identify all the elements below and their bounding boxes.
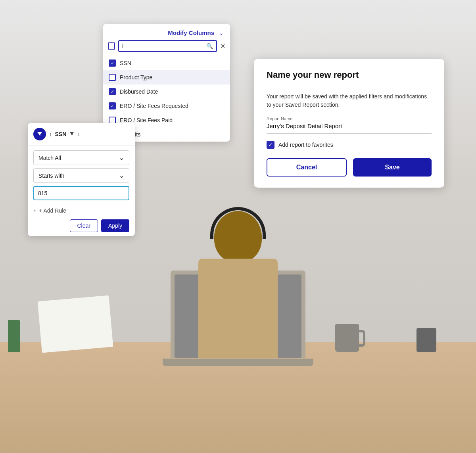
report-actions: Cancel Save bbox=[267, 158, 432, 177]
filter-panel: ↕ SSN ↕ Match All ⌄ Starts with ⌄ + + Ad… bbox=[28, 123, 135, 236]
product-type-checkbox[interactable] bbox=[109, 74, 116, 81]
select-all-checkbox[interactable] bbox=[108, 42, 115, 50]
match-all-chevron[interactable]: ⌄ bbox=[119, 154, 124, 161]
add-rule-icon: + bbox=[33, 207, 36, 214]
person-torso bbox=[198, 259, 278, 358]
person-head bbox=[214, 211, 262, 263]
panel-divider bbox=[267, 86, 432, 86]
add-rule-row[interactable]: + + Add Rule bbox=[33, 207, 129, 214]
report-name-value: Jerry's Deposit Detail Report bbox=[267, 123, 432, 134]
starts-with-chevron[interactable]: ⌄ bbox=[119, 172, 124, 179]
favorites-label: Add report to favorites bbox=[278, 142, 333, 148]
chevron-down-icon[interactable]: ⌄ bbox=[219, 30, 224, 36]
favorites-row[interactable]: Add report to favorites bbox=[267, 141, 432, 149]
notebook bbox=[38, 295, 113, 353]
report-panel-description: Your report will be saved with the appli… bbox=[267, 92, 432, 109]
filter-actions: Clear Apply bbox=[33, 219, 129, 232]
name-report-panel: Name your new report Your report will be… bbox=[254, 59, 444, 188]
ssn-checkbox[interactable] bbox=[109, 60, 116, 67]
search-icon: 🔍 bbox=[206, 43, 213, 49]
column-item-disbursed-date[interactable]: Disbursed Date bbox=[103, 84, 230, 99]
starts-with-label: Starts with bbox=[38, 173, 64, 179]
disbursed-date-checkbox[interactable] bbox=[109, 88, 116, 95]
filter-value-input[interactable] bbox=[33, 186, 129, 200]
ero-fees-paid-label: ERO / Site Fees Paid bbox=[120, 117, 173, 123]
filter-small-icon[interactable] bbox=[69, 131, 74, 137]
person bbox=[198, 259, 278, 358]
ero-fees-requested-label: ERO / Site Fees Requested bbox=[120, 103, 188, 109]
cancel-button[interactable]: Cancel bbox=[267, 158, 347, 177]
search-row: 🔍 ✕ bbox=[103, 40, 230, 56]
starts-with-row[interactable]: Starts with ⌄ bbox=[33, 168, 129, 183]
laptop-base bbox=[163, 359, 313, 366]
match-all-label: Match All bbox=[38, 155, 61, 161]
filter-panel-header: ↕ SSN ↕ bbox=[28, 123, 135, 146]
filter-icon bbox=[33, 128, 46, 140]
column-item-ero-fees-requested[interactable]: ERO / Site Fees Requested bbox=[103, 99, 230, 113]
sort-down-icon[interactable]: ↕ bbox=[77, 131, 80, 137]
ssn-label: SSN bbox=[120, 60, 131, 66]
plant bbox=[8, 320, 20, 352]
product-type-label: Product Type bbox=[120, 74, 152, 81]
apply-button[interactable]: Apply bbox=[101, 219, 129, 232]
add-rule-label: + Add Rule bbox=[39, 207, 66, 214]
disbursed-date-label: Disbursed Date bbox=[120, 88, 158, 95]
modify-columns-title: Modify Columns bbox=[168, 29, 214, 36]
column-item-product-type[interactable]: Product Type bbox=[103, 70, 230, 84]
column-search-input[interactable] bbox=[122, 43, 204, 49]
filter-column-label: SSN bbox=[55, 131, 67, 137]
pen-holder bbox=[416, 328, 436, 352]
clear-button[interactable]: Clear bbox=[70, 219, 98, 232]
column-item-ssn[interactable]: SSN bbox=[103, 56, 230, 70]
save-button[interactable]: Save bbox=[353, 158, 432, 177]
ero-fees-requested-checkbox[interactable] bbox=[109, 102, 116, 109]
sort-group: ↕ bbox=[49, 131, 52, 137]
close-icon[interactable]: ✕ bbox=[220, 42, 225, 50]
report-panel-title: Name your new report bbox=[267, 70, 432, 80]
modify-columns-header: Modify Columns ⌄ bbox=[103, 24, 230, 40]
match-all-row[interactable]: Match All ⌄ bbox=[33, 150, 129, 165]
coffee-mug bbox=[335, 324, 359, 352]
report-name-label: Report Name bbox=[267, 116, 432, 121]
favorites-checkbox[interactable] bbox=[267, 141, 274, 149]
sort-up-icon[interactable]: ↕ bbox=[49, 131, 52, 137]
column-search-wrap: 🔍 bbox=[118, 40, 217, 52]
